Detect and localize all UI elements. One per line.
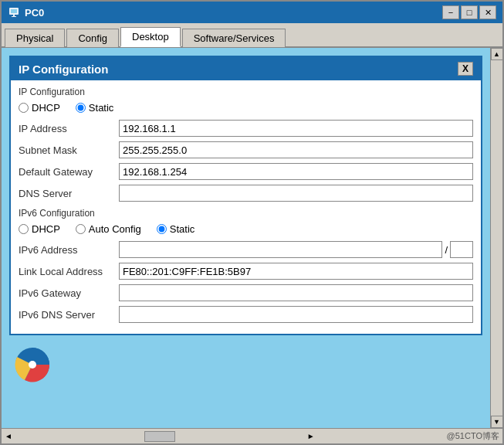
ipv6-dhcp-radio[interactable] — [19, 224, 29, 234]
ip-config-panel: IP Configuration X IP Configuration DHCP — [9, 56, 482, 335]
ipv6-static-label: Static — [170, 223, 195, 235]
scroll-right-button[interactable]: ► — [307, 432, 315, 440]
ipv6-mode-row: DHCP Auto Config Static — [19, 223, 473, 235]
maximize-button[interactable]: □ — [461, 5, 478, 19]
ipv6-static-radio[interactable] — [157, 224, 167, 234]
static-option[interactable]: Static — [76, 102, 114, 114]
ipv6-dhcp-option[interactable]: DHCP — [19, 223, 60, 235]
ipv6-dns-label: IPv6 DNS Server — [19, 309, 119, 321]
ipv6-address-label: IPv6 Address — [19, 244, 119, 256]
title-bar: PC0 − □ ✕ — [2, 2, 502, 23]
ipv6-auto-option[interactable]: Auto Config — [76, 223, 141, 235]
svg-point-5 — [29, 361, 36, 369]
dns-server-label: DNS Server — [19, 188, 119, 199]
scroll-down-button[interactable]: ▼ — [491, 416, 503, 428]
close-window-button[interactable]: ✕ — [479, 5, 496, 19]
ipv6-gateway-row: IPv6 Gateway — [19, 284, 473, 301]
scroll-track[interactable] — [491, 60, 502, 416]
static-label: Static — [89, 102, 114, 114]
ipv6-dns-row: IPv6 DNS Server — [19, 306, 473, 323]
title-bar-left: PC0 — [8, 6, 44, 19]
ipv6-address-input[interactable] — [119, 241, 442, 258]
ip-address-row: IP Address — [19, 120, 473, 137]
svg-rect-1 — [11, 9, 17, 13]
ipv6-address-row: IPv6 Address / — [19, 241, 473, 258]
ipv6-static-option[interactable]: Static — [157, 223, 195, 235]
main-panel: IP Configuration X IP Configuration DHCP — [2, 48, 490, 428]
window-icon — [8, 6, 20, 19]
dhcp-option[interactable]: DHCP — [19, 102, 60, 114]
vertical-scrollbar[interactable]: ▲ ▼ — [490, 48, 502, 428]
title-controls: − □ ✕ — [442, 5, 496, 19]
link-local-label: Link Local Address — [19, 266, 119, 277]
ipv6-gateway-label: IPv6 Gateway — [19, 287, 119, 299]
ip-mode-row: DHCP Static — [19, 102, 473, 114]
subnet-mask-row: Subnet Mask — [19, 141, 473, 158]
ipv6-auto-radio[interactable] — [76, 224, 86, 234]
tab-desktop[interactable]: Desktop — [120, 27, 181, 47]
subnet-mask-input[interactable] — [119, 141, 473, 158]
ip-config-body: IP Configuration DHCP Static — [11, 80, 481, 334]
scroll-up-button[interactable]: ▲ — [491, 48, 503, 60]
dns-server-input[interactable] — [119, 185, 473, 202]
default-gateway-input[interactable] — [119, 163, 473, 180]
subnet-mask-label: Subnet Mask — [19, 144, 119, 156]
minimize-button[interactable]: − — [442, 5, 459, 19]
link-local-row: Link Local Address — [19, 263, 473, 280]
ipv6-dns-input[interactable] — [119, 306, 473, 323]
default-gateway-label: Default Gateway — [19, 166, 119, 178]
ip-config-title: IP Configuration — [19, 63, 108, 76]
ip-address-label: IP Address — [19, 123, 119, 134]
ipv6-dhcp-label: DHCP — [32, 223, 60, 235]
pc-icon — [9, 343, 56, 386]
svg-rect-2 — [13, 15, 15, 16]
content-area: IP Configuration X IP Configuration DHCP — [2, 48, 502, 428]
ip-config-close-button[interactable]: X — [458, 62, 473, 76]
ipv6-slash: / — [442, 244, 450, 256]
static-radio[interactable] — [76, 103, 86, 113]
tab-bar: Physical Config Desktop Software/Service… — [2, 23, 502, 48]
svg-rect-3 — [12, 16, 16, 17]
link-local-input[interactable] — [119, 263, 473, 280]
ipv6-gateway-input[interactable] — [119, 284, 473, 301]
tab-software-services[interactable]: Software/Services — [182, 29, 286, 47]
pc-icon-area — [9, 343, 482, 386]
dns-server-row: DNS Server — [19, 185, 473, 202]
dhcp-label: DHCP — [32, 102, 60, 114]
default-gateway-row: Default Gateway — [19, 163, 473, 180]
horizontal-scroll-thumb[interactable] — [144, 431, 175, 442]
scroll-left-button[interactable]: ◄ — [5, 432, 12, 440]
ipv6-section-label: IPv6 Configuration — [19, 208, 473, 219]
window-title: PC0 — [25, 7, 44, 19]
ipv6-auto-label: Auto Config — [89, 223, 141, 235]
tab-physical[interactable]: Physical — [5, 29, 65, 47]
bottom-bar: ◄ ► @51CTO博客 — [2, 428, 502, 443]
dhcp-radio[interactable] — [19, 103, 29, 113]
ipv6-prefix-input[interactable] — [450, 241, 473, 258]
ip-section-label: IP Configuration — [19, 87, 473, 97]
watermark-label: @51CTO博客 — [447, 430, 499, 442]
ip-address-input[interactable] — [119, 120, 473, 137]
main-window: PC0 − □ ✕ Physical Config Desktop Softwa… — [0, 0, 504, 445]
ip-config-header: IP Configuration X — [11, 57, 481, 80]
ipv6-address-wrapper: / — [119, 241, 473, 258]
tab-config[interactable]: Config — [66, 29, 119, 47]
